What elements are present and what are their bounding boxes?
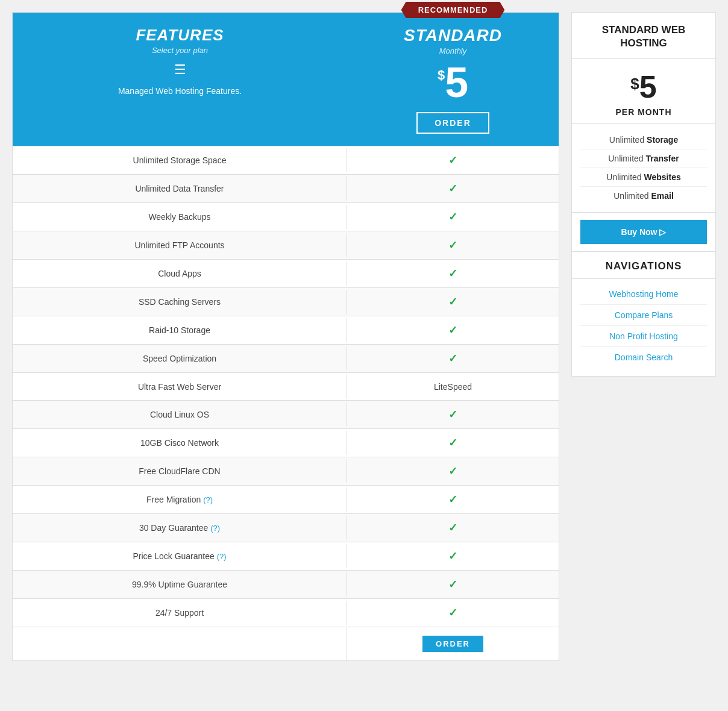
question-link[interactable]: (?) xyxy=(210,524,220,533)
feature-value-cell: ✓ xyxy=(347,203,559,231)
feature-value-cell: ✓ xyxy=(347,514,559,542)
feature-name-cell: Cloud Apps xyxy=(13,262,347,286)
feature-name-cell: Price Lock Guarantee (?) xyxy=(13,544,347,568)
checkmark-icon: ✓ xyxy=(448,409,457,421)
feature-value-cell: ✓ xyxy=(347,146,559,174)
sidebar-price-symbol: $ xyxy=(630,75,639,93)
sidebar-price-amount: 5 xyxy=(639,69,657,104)
checkmark-icon: ✓ xyxy=(448,493,457,506)
feature-name-cell: Unlimited Data Transfer xyxy=(13,177,347,201)
feature-value-cell: ✓ xyxy=(347,599,559,627)
sidebar-nav-link[interactable]: Webhosting Home xyxy=(609,289,679,299)
question-link[interactable]: (?) xyxy=(203,495,213,504)
feature-value-cell: ✓ xyxy=(347,429,559,457)
checkmark-icon: ✓ xyxy=(448,578,457,590)
table-row: 99.9% Uptime Guarantee✓ xyxy=(13,571,559,599)
checkmark-icon: ✓ xyxy=(448,522,457,534)
sidebar-feature-item: Unlimited Websites xyxy=(580,168,707,187)
buy-now-button[interactable]: Buy Now ▷ xyxy=(580,220,707,244)
checkmark-icon: ✓ xyxy=(448,465,457,477)
checkmark-icon: ✓ xyxy=(448,324,457,336)
sidebar-feature-item: Unlimited Transfer xyxy=(580,149,707,168)
order-row-bottom: ORDER xyxy=(13,627,559,660)
sidebar-feature-item: Unlimited Email xyxy=(580,187,707,205)
standard-subtitle: Monthly xyxy=(439,46,467,55)
feature-value-cell: ✓ xyxy=(347,288,559,316)
table-row: SSD Caching Servers✓ xyxy=(13,288,559,316)
feature-name-cell: Raid-10 Storage xyxy=(13,318,347,342)
order-row-btn-cell: ORDER xyxy=(347,627,559,660)
price-dollar-sign: $ xyxy=(438,67,445,83)
feature-name-cell: Weekly Backups xyxy=(13,205,347,229)
sidebar-features: Unlimited StorageUnlimited TransferUnlim… xyxy=(572,124,715,213)
sidebar-nav-title: NAVIGATIONS xyxy=(572,251,715,279)
table-row: 24/7 Support✓ xyxy=(13,599,559,627)
features-subtitle: Select your plan xyxy=(25,46,335,55)
table-row: Cloud Apps✓ xyxy=(13,260,559,288)
standard-column-header: STANDARD Monthly $ 5 ORDER xyxy=(347,13,559,146)
checkmark-icon: ✓ xyxy=(448,607,457,619)
sidebar-price: $5 xyxy=(580,69,707,105)
checkmark-icon: ✓ xyxy=(448,352,457,365)
checkmark-icon: ✓ xyxy=(448,211,457,223)
feature-value-cell: ✓ xyxy=(347,231,559,259)
recommended-ribbon: RECOMMENDED xyxy=(401,2,505,18)
table-row: Unlimited Storage Space✓ xyxy=(13,146,559,175)
feature-name-cell: Unlimited Storage Space xyxy=(13,148,347,172)
checkmark-icon: ✓ xyxy=(448,154,457,166)
sidebar-price-section: $5 PER MONTH xyxy=(572,59,715,124)
sidebar-title: STANDARD WEB HOSTING xyxy=(572,13,715,59)
feature-name-cell: SSD Caching Servers xyxy=(13,290,347,314)
page-wrapper: RECOMMENDED FEATURES Select your plan ☰ … xyxy=(12,12,716,661)
feature-value-cell: ✓ xyxy=(347,486,559,513)
sidebar-nav-link[interactable]: Non Profit Hosting xyxy=(609,331,678,341)
checkmark-icon: ✓ xyxy=(448,183,457,195)
sidebar-per-month: PER MONTH xyxy=(580,107,707,117)
sidebar-feature-item: Unlimited Storage xyxy=(580,131,707,149)
checkmark-icon: ✓ xyxy=(448,296,457,308)
feature-name-cell: Free Migration (?) xyxy=(13,487,347,512)
feature-value-cell: LiteSpeed xyxy=(347,375,559,399)
standard-title: STANDARD xyxy=(404,26,502,45)
table-row: Weekly Backups✓ xyxy=(13,203,559,231)
table-row: Speed Optimization✓ xyxy=(13,345,559,373)
feature-value-cell: ✓ xyxy=(347,260,559,287)
recommended-banner: RECOMMENDED xyxy=(347,2,559,18)
feature-name-cell: 99.9% Uptime Guarantee xyxy=(13,572,347,597)
table-row: Unlimited Data Transfer✓ xyxy=(13,175,559,203)
order-button-top[interactable]: ORDER xyxy=(416,112,489,134)
feature-value-cell: ✓ xyxy=(347,542,559,570)
checkmark-icon: ✓ xyxy=(448,268,457,280)
sidebar-nav-item: Non Profit Hosting xyxy=(580,326,707,347)
features-description: Managed Web Hosting Features. xyxy=(25,86,335,96)
table-row: Raid-10 Storage✓ xyxy=(13,316,559,345)
question-link[interactable]: (?) xyxy=(217,552,227,561)
sidebar-nav-list: Webhosting HomeCompare PlansNon Profit H… xyxy=(572,279,715,376)
checkmark-icon: ✓ xyxy=(448,550,457,562)
order-button-bottom[interactable]: ORDER xyxy=(422,636,483,652)
table-row: Price Lock Guarantee (?)✓ xyxy=(13,542,559,571)
sidebar-title-text: STANDARD WEB HOSTING xyxy=(580,23,707,50)
feature-value-cell: ✓ xyxy=(347,175,559,202)
feature-value-cell: ✓ xyxy=(347,401,559,428)
price-amount: 5 xyxy=(445,61,468,104)
table-row: Free Migration (?)✓ xyxy=(13,486,559,514)
sidebar-nav-link[interactable]: Compare Plans xyxy=(615,310,673,320)
sidebar-nav-item: Domain Search xyxy=(580,347,707,368)
sidebar-nav-item: Webhosting Home xyxy=(580,284,707,305)
pricing-table: RECOMMENDED FEATURES Select your plan ☰ … xyxy=(12,12,559,661)
feature-rows: Unlimited Storage Space✓Unlimited Data T… xyxy=(13,146,559,627)
sidebar-nav-link[interactable]: Domain Search xyxy=(615,352,673,362)
header-row: FEATURES Select your plan ☰ Managed Web … xyxy=(13,13,559,146)
feature-name-cell: Free CloudFlare CDN xyxy=(13,459,347,483)
standard-price: $ 5 xyxy=(438,61,468,104)
sidebar: STANDARD WEB HOSTING $5 PER MONTH Unlimi… xyxy=(571,12,716,377)
feature-value-cell: ✓ xyxy=(347,457,559,485)
checkmark-icon: ✓ xyxy=(448,437,457,449)
feature-name-cell: Speed Optimization xyxy=(13,346,347,371)
sidebar-nav-item: Compare Plans xyxy=(580,305,707,326)
feature-value-cell: ✓ xyxy=(347,316,559,344)
table-row: Cloud Linux OS✓ xyxy=(13,401,559,429)
table-row: Ultra Fast Web ServerLiteSpeed xyxy=(13,373,559,401)
table-row: Free CloudFlare CDN✓ xyxy=(13,457,559,486)
